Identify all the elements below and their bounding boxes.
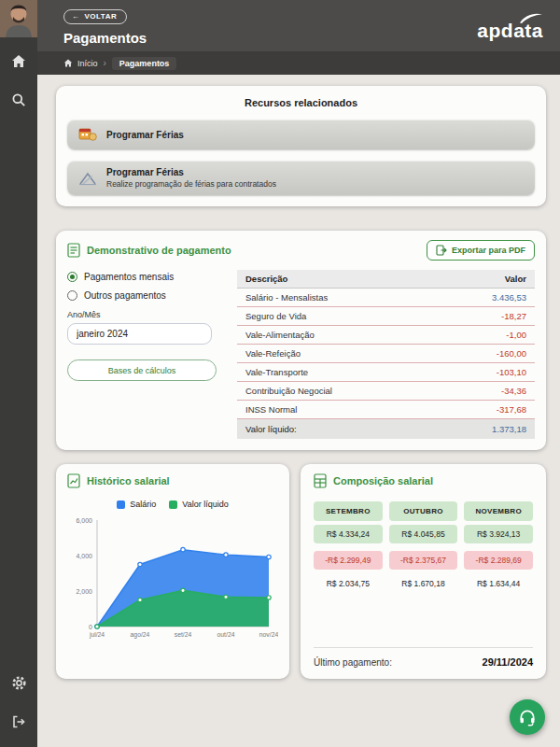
apdata-logo: apdata [477,13,543,38]
avatar[interactable] [0,0,37,37]
logout-icon[interactable] [0,706,37,738]
resource-item-programar-ferias-detail[interactable]: Programar Férias Realize programação de … [67,161,535,195]
payment-document-icon [67,243,80,258]
row-desc: Contribuição Negocial [245,386,332,396]
row-value: -317,68 [497,404,526,415]
period-input[interactable] [67,323,212,345]
month-name: OUTUBRO [389,501,458,521]
salary-composition-card: Composição salarial SETEMBRO R$ 4.334,24… [301,464,546,679]
breadcrumb-current: Pagamentos [112,57,177,70]
settings-gear-icon[interactable] [0,667,37,698]
table-row: Vale-Refeição -160,00 [237,345,535,363]
radio-outros-pagamentos[interactable]: Outros pagamentos [67,290,224,301]
col-descricao: Descrição [245,274,287,284]
headset-icon [518,708,537,726]
related-resources-title: Recursos relacionados [67,97,535,108]
month-column-outubro: OUTUBRO R$ 4.045,85 -R$ 2.375,67 R$ 1.67… [389,501,458,588]
breadcrumb-home-icon [63,59,73,67]
search-icon[interactable] [0,84,37,116]
table-row: Vale-Transporte -103,10 [237,363,535,382]
month-net: R$ 1.670,18 [389,573,458,588]
resource-label: Programar Férias [106,167,276,177]
month-gross: R$ 4.045,85 [389,525,458,543]
radio-pagamentos-mensais[interactable]: Pagamentos mensais [67,272,224,282]
statement-title-group: Demonstrativo de pagamento [67,243,231,258]
chart-legend: Salário Valor líquido [67,500,278,509]
row-desc: Seguro de Vida [245,311,306,321]
breadcrumb: Início › Pagamentos [37,51,560,75]
page-title: Pagamentos [63,30,147,46]
resource-label: Programar Férias [106,130,184,140]
legend-label: Valor líquido [182,500,228,509]
month-name: NOVEMBRO [464,501,533,521]
statement-filters: Pagamentos mensais Outros pagamentos Ano… [67,270,224,439]
valor-liquido-legend-swatch [169,500,177,509]
footer-value: 1.373,18 [492,424,526,434]
row-value: -103,10 [497,367,526,377]
row-value: -34,36 [501,386,526,396]
statement-body: Pagamentos mensais Outros pagamentos Ano… [67,270,535,439]
composition-grid: SETEMBRO R$ 4.334,24 -R$ 2.299,49 R$ 2.0… [314,501,533,588]
back-button[interactable]: ← VOLTAR [63,9,127,24]
col-valor: Valor [505,274,526,284]
month-column-novembro: NOVEMBRO R$ 3.924,13 -R$ 2.289,69 R$ 1.6… [464,501,533,588]
bottom-cards-row: Histórico salarial Salário Valor líquido… [56,464,546,679]
row-desc: Vale-Transporte [245,367,308,377]
month-deductions: -R$ 2.289,69 [464,551,533,570]
salary-history-card: Histórico salarial Salário Valor líquido… [56,464,289,679]
history-chart-icon [67,473,80,488]
salary-history-chart: 02,0004,0006,000jul/24ago/24set/24out/24… [67,513,278,645]
header-main: ← VOLTAR Pagamentos apdata [37,0,560,51]
svg-text:ago/24: ago/24 [131,631,150,639]
resource-item-programar-ferias[interactable]: Programar Férias [67,120,535,149]
support-fab-button[interactable] [510,699,545,735]
bases-calculos-button[interactable]: Bases de cálculos [67,359,217,381]
last-payment-row: Último pagamento: 29/11/2024 [314,647,533,668]
breadcrumb-home[interactable]: Início [63,59,98,68]
resource-subtitle: Realize programação de férias para contr… [106,179,276,189]
table-row: INSS Normal -317,68 [237,401,535,419]
row-value: 3.436,53 [492,292,526,303]
home-icon[interactable] [0,45,37,77]
last-payment-value: 29/11/2024 [483,656,533,668]
row-desc: Salário - Mensalistas [245,292,328,303]
export-pdf-button[interactable]: Exportar para PDF [427,240,535,261]
back-label: VOLTAR [85,12,118,21]
month-net: R$ 2.034,75 [314,573,383,588]
month-name: SETEMBRO [314,501,383,521]
header: ← VOLTAR Pagamentos apdata Início › Paga… [37,0,560,75]
row-desc: Vale-Alimentação [245,330,315,340]
beach-chair-icon [78,171,97,186]
svg-text:out/24: out/24 [217,631,235,638]
history-title-group: Histórico salarial [67,473,278,488]
footer-label: Valor líquido: [245,424,297,434]
legend-item-salario: Salário [117,500,156,509]
last-payment-label: Último pagamento: [314,657,392,668]
history-title: Histórico salarial [87,475,170,486]
composition-title: Composição salarial [333,475,433,486]
export-pdf-label: Exportar para PDF [452,246,525,255]
svg-text:0: 0 [89,624,92,630]
breadcrumb-separator: › [104,58,106,68]
month-net: R$ 1.634,44 [464,573,533,588]
back-arrow-icon: ← [72,12,80,21]
export-pdf-icon [436,245,447,256]
row-desc: INSS Normal [245,404,297,415]
table-header: Descrição Valor [237,270,535,289]
row-value: -18,27 [501,311,526,321]
svg-text:6,000: 6,000 [76,517,92,524]
radio-unselected-icon [67,290,77,301]
svg-text:jul/24: jul/24 [89,631,105,639]
row-value: -160,00 [497,348,526,359]
table-row: Contribuição Negocial -34,36 [237,382,535,401]
legend-label: Salário [130,500,156,509]
radio-selected-icon [67,272,77,282]
month-gross: R$ 3.924,13 [464,525,533,543]
svg-text:nov/24: nov/24 [259,631,278,638]
related-resources-card: Recursos relacionados Programar Férias P… [56,86,546,206]
main-content: Recursos relacionados Programar Férias P… [37,75,560,747]
vacation-calendar-icon [78,126,97,143]
radio-label: Pagamentos mensais [84,272,174,282]
radio-label: Outros pagamentos [84,290,166,301]
composition-table-icon [314,473,327,488]
